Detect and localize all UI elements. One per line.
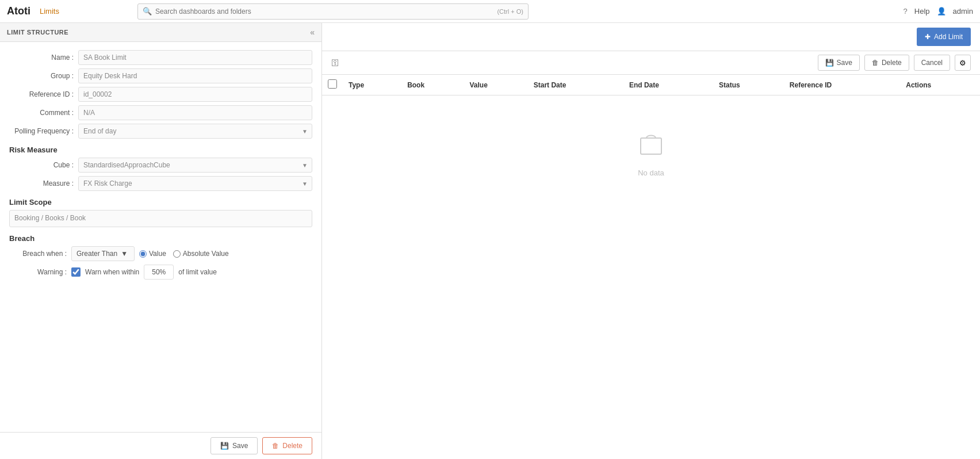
add-icon: ✚ — [925, 33, 931, 41]
group-row: Group : — [9, 68, 312, 83]
col-reference-id: Reference ID — [784, 75, 900, 95]
reference-id-label: Reference ID : — [9, 90, 78, 98]
add-limit-button[interactable]: ✚ Add Limit — [917, 28, 971, 46]
cube-select-wrap: StandardisedApproachCube ▼ — [78, 158, 312, 173]
absolute-value-radio-label: Absolute Value — [183, 250, 229, 258]
col-start-date: Start Date — [528, 75, 623, 95]
svg-rect-0 — [641, 138, 661, 154]
limits-table: Type Book Value Start Date End Date Stat… — [322, 75, 980, 212]
name-input[interactable] — [78, 50, 312, 65]
warn-when-within-label: Warn when within — [85, 268, 139, 276]
polling-freq-row: Polling Frequency : End of day ▼ — [9, 124, 312, 139]
help-label[interactable]: Help — [914, 7, 930, 16]
col-book: Book — [401, 75, 464, 95]
measure-select-wrap: FX Risk Charge ▼ — [78, 176, 312, 191]
right-panel-top-toolbar: ✚ Add Limit — [322, 23, 980, 51]
search-bar: 🔍 (Ctrl + O) — [137, 3, 529, 20]
toolbar-delete-label: Delete — [882, 59, 902, 67]
app-logo: Atoti — [7, 5, 30, 17]
breach-value-type: Value Absolute Value — [139, 250, 229, 258]
table-container: Type Book Value Start Date End Date Stat… — [322, 75, 980, 459]
col-actions: Actions — [900, 75, 980, 95]
collapse-button[interactable]: « — [310, 28, 315, 37]
delete-icon: 🗑 — [272, 442, 279, 450]
cancel-label: Cancel — [921, 59, 943, 67]
absolute-value-radio[interactable] — [173, 250, 181, 258]
breach-when-label: Breach when : — [9, 250, 67, 258]
nav-right: ? Help 👤 admin — [904, 7, 973, 16]
settings-button[interactable]: ⚙ — [955, 55, 971, 71]
no-data-icon — [637, 130, 665, 163]
of-limit-value-label: of limit value — [178, 268, 217, 276]
comment-input[interactable] — [78, 105, 312, 120]
right-panel: ✚ Add Limit ⚿ 💾 Save 🗑 Delete Cancel ⚙ — [322, 23, 980, 459]
toolbar-delete-button[interactable]: 🗑 Delete — [864, 55, 909, 71]
limit-scope-title: Limit Scope — [9, 198, 312, 206]
polling-freq-label: Polling Frequency : — [9, 127, 78, 135]
value-radio-label: Value — [149, 250, 166, 258]
select-all-checkbox[interactable] — [328, 79, 337, 89]
top-navigation: Atoti Limits 🔍 (Ctrl + O) ? Help 👤 admin — [0, 0, 980, 23]
name-row: Name : — [9, 50, 312, 65]
search-icon: 🔍 — [143, 7, 152, 16]
value-radio-item[interactable]: Value — [139, 250, 166, 258]
filter-icon[interactable]: ⚿ — [331, 58, 339, 67]
value-radio[interactable] — [139, 250, 147, 258]
toolbar-save-label: Save — [837, 59, 852, 67]
help-icon: ? — [904, 7, 908, 16]
search-shortcut: (Ctrl + O) — [497, 8, 523, 15]
cube-row: Cube : StandardisedApproachCube ▼ — [9, 158, 312, 173]
toolbar-delete-icon: 🗑 — [872, 59, 879, 67]
comment-label: Comment : — [9, 109, 78, 117]
search-input[interactable] — [155, 7, 497, 16]
delete-button[interactable]: 🗑 Delete — [262, 437, 312, 454]
name-label: Name : — [9, 53, 78, 62]
no-data-area: No data — [322, 95, 980, 212]
scope-field[interactable]: Booking / Books / Book — [9, 210, 312, 227]
add-limit-label: Add Limit — [934, 33, 963, 41]
cube-label: Cube : — [9, 161, 78, 169]
breach-when-row: Breach when : Greater Than ▼ Value Absol… — [9, 246, 312, 261]
col-type: Type — [343, 75, 401, 95]
main-layout: LIMIT STRUCTURE « Name : Group : Referen… — [0, 23, 980, 459]
no-data-label: No data — [638, 169, 664, 177]
col-status: Status — [713, 75, 784, 95]
comment-row: Comment : — [9, 105, 312, 120]
col-end-date: End Date — [623, 75, 713, 95]
warning-checkbox[interactable] — [71, 267, 81, 277]
reference-id-input[interactable] — [78, 87, 312, 102]
warning-label: Warning : — [9, 268, 67, 276]
nav-limits[interactable]: Limits — [40, 7, 59, 16]
user-icon: 👤 — [937, 7, 946, 16]
save-label: Save — [232, 442, 248, 450]
group-input[interactable] — [78, 68, 312, 83]
toolbar-save-icon: 💾 — [825, 59, 834, 67]
delete-label: Delete — [282, 442, 303, 450]
warning-row: Warning : Warn when within of limit valu… — [9, 265, 312, 280]
breach-when-dropdown[interactable]: Greater Than ▼ — [71, 246, 135, 261]
polling-freq-select[interactable]: End of day — [78, 124, 312, 139]
group-label: Group : — [9, 72, 78, 80]
breach-title: Breach — [9, 234, 312, 243]
warning-percent-input[interactable] — [144, 265, 174, 280]
absolute-value-radio-item[interactable]: Absolute Value — [173, 250, 229, 258]
save-button[interactable]: 💾 Save — [210, 437, 258, 454]
left-panel-header: LIMIT STRUCTURE « — [0, 23, 321, 42]
limit-structure-title: LIMIT STRUCTURE — [7, 29, 68, 36]
breach-when-value: Greater Than — [76, 250, 117, 258]
inner-toolbar: ⚿ 💾 Save 🗑 Delete Cancel ⚙ — [322, 51, 980, 75]
measure-select[interactable]: FX Risk Charge — [78, 176, 312, 191]
measure-row: Measure : FX Risk Charge ▼ — [9, 176, 312, 191]
risk-measure-title: Risk Measure — [9, 146, 312, 154]
toolbar-save-button[interactable]: 💾 Save — [818, 55, 860, 71]
left-panel-footer: 💾 Save 🗑 Delete — [0, 432, 321, 459]
user-label[interactable]: admin — [953, 7, 973, 16]
gear-icon: ⚙ — [959, 59, 966, 67]
measure-label: Measure : — [9, 179, 78, 188]
save-icon: 💾 — [220, 442, 229, 450]
cancel-button[interactable]: Cancel — [914, 55, 950, 71]
cube-select[interactable]: StandardisedApproachCube — [78, 158, 312, 173]
breach-when-arrow-icon: ▼ — [121, 250, 128, 258]
col-value: Value — [464, 75, 527, 95]
reference-id-row: Reference ID : — [9, 87, 312, 102]
